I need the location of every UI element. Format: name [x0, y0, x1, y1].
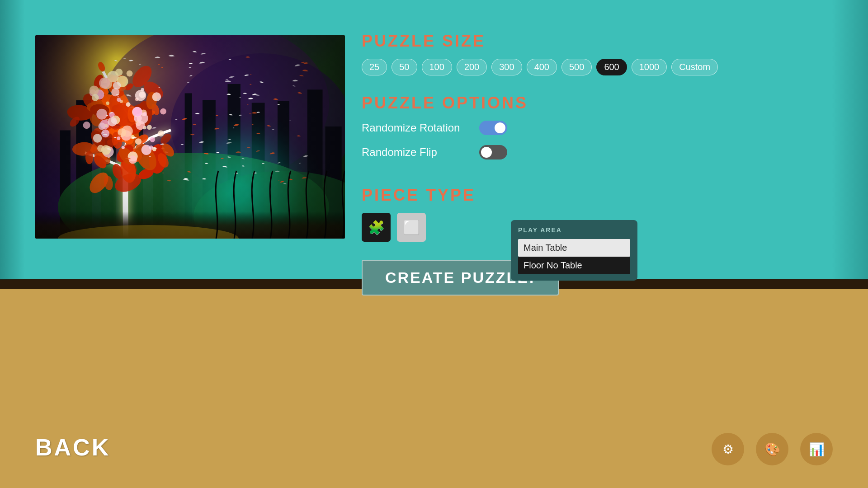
- piece-type-title: PIECE TYPE: [362, 186, 841, 205]
- puzzle-options-title: PUZZLE OPTIONS: [362, 94, 841, 113]
- back-button[interactable]: BACK: [35, 434, 110, 461]
- size-btn-200[interactable]: 200: [457, 59, 487, 75]
- options-row-wrapper: Randomize Rotation Randomize Flip PL: [362, 121, 841, 169]
- palette-icon: 🎨: [764, 442, 780, 457]
- settings-icon-button[interactable]: ⚙: [712, 433, 744, 465]
- toggle-flip-thumb: [481, 147, 492, 158]
- size-btn-600[interactable]: 600: [596, 59, 627, 75]
- right-panel: PUZZLE SIZE 25501002003004005006001000Cu…: [362, 32, 841, 296]
- size-btn-100[interactable]: 100: [422, 59, 452, 75]
- size-btn-50[interactable]: 50: [392, 59, 417, 75]
- settings-icon: ⚙: [722, 442, 734, 457]
- stats-icon: 📊: [809, 442, 825, 457]
- size-btn-400[interactable]: 400: [527, 59, 557, 75]
- piece-type-jigsaw-button[interactable]: 🧩: [362, 213, 391, 242]
- play-area-option-main-table[interactable]: Main Table: [518, 239, 630, 257]
- jigsaw-icon: 🧩: [368, 220, 385, 235]
- square-icon: ⬜: [403, 220, 420, 235]
- randomize-rotation-toggle[interactable]: [479, 121, 507, 135]
- toggle-rotation-thumb: [495, 122, 505, 133]
- randomize-rotation-row: Randomize Rotation: [362, 121, 841, 135]
- palette-icon-button[interactable]: 🎨: [756, 433, 788, 465]
- randomize-rotation-label: Randomize Rotation: [362, 122, 479, 134]
- puzzle-options-section: PUZZLE OPTIONS Randomize Rotation Random…: [362, 94, 841, 169]
- randomize-flip-toggle[interactable]: [479, 145, 507, 160]
- play-area-option-floor-no-table[interactable]: Floor No Table: [518, 257, 630, 274]
- play-area-panel: PLAY AREA Main Table Floor No Table: [511, 220, 637, 281]
- puzzle-image: [35, 35, 345, 239]
- size-buttons-row: 25501002003004005006001000Custom: [362, 59, 841, 75]
- bottom-icons: ⚙ 🎨 📊: [712, 433, 833, 465]
- play-area-title: PLAY AREA: [518, 226, 630, 234]
- randomize-flip-row: Randomize Flip: [362, 145, 841, 160]
- size-btn-500[interactable]: 500: [561, 59, 592, 75]
- size-btn-custom[interactable]: Custom: [671, 59, 718, 75]
- size-btn-25[interactable]: 25: [362, 59, 387, 75]
- randomize-flip-label: Randomize Flip: [362, 146, 479, 159]
- puzzle-size-title: PUZZLE SIZE: [362, 32, 841, 51]
- size-btn-300[interactable]: 300: [491, 59, 522, 75]
- size-btn-1000[interactable]: 1000: [632, 59, 667, 75]
- stats-icon-button[interactable]: 📊: [800, 433, 833, 465]
- piece-type-square-button[interactable]: ⬜: [397, 213, 426, 242]
